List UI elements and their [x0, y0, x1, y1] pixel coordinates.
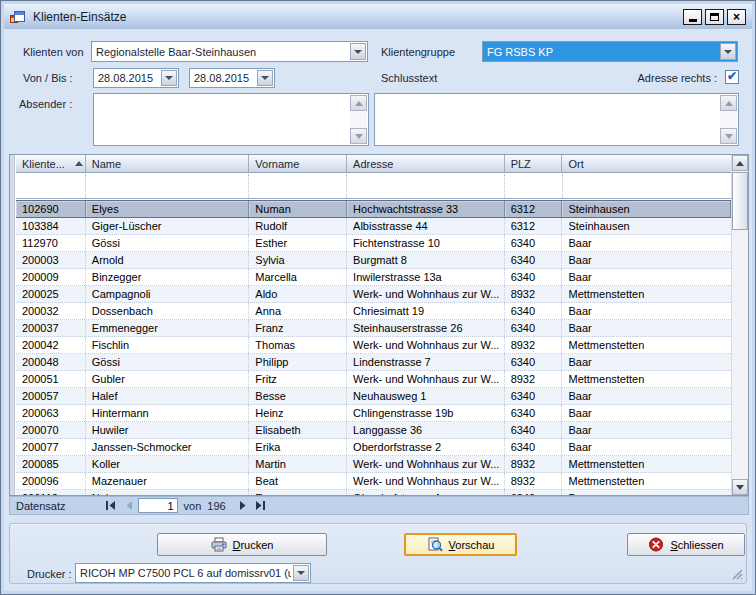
table-row[interactable]: 200048GössiPhilippLindenstrasse 76340Baa…: [16, 354, 731, 371]
vorschau-button[interactable]: Vorschau: [404, 533, 517, 556]
column-header-3[interactable]: Adresse: [347, 155, 505, 172]
scrollbar-thumb[interactable]: [732, 172, 748, 230]
table-cell: Anna: [249, 303, 347, 319]
table-cell: Dossenbach: [86, 303, 250, 319]
close-button[interactable]: ×: [727, 9, 746, 25]
schlusstext-scrollbar[interactable]: [720, 95, 737, 144]
grid-filter-row[interactable]: [16, 174, 731, 199]
table-cell: Oberdorfstrasse 2: [347, 439, 505, 455]
column-header-2[interactable]: Vorname: [249, 155, 347, 172]
table-row[interactable]: 200077Janssen-SchmockerErikaOberdorfstra…: [16, 439, 731, 456]
minimize-icon: [689, 19, 697, 22]
filter-cell-2[interactable]: [249, 174, 347, 198]
table-cell: Erika: [249, 439, 347, 455]
absender-scrollbar[interactable]: [350, 95, 367, 144]
table-row[interactable]: 200063HintermannHeinzChlingenstrasse 19b…: [16, 405, 731, 422]
nav-first-button[interactable]: [102, 498, 120, 513]
bis-date-dropdown-button[interactable]: [257, 70, 273, 86]
absender-textarea[interactable]: [93, 93, 369, 146]
table-cell: Mettmenstetten: [562, 371, 731, 387]
table-row[interactable]: 200037EmmeneggerFranzSteinhauserstrasse …: [16, 320, 731, 337]
klientengruppe-value: FG RSBS KP: [487, 42, 718, 61]
table-row[interactable]: 200096MazenauerBeatWerk- und Wohnhaus zu…: [16, 473, 731, 490]
table-row[interactable]: 200051GublerFritzWerk- und Wohnhaus zur …: [16, 371, 731, 388]
scroll-down-icon[interactable]: [732, 479, 748, 495]
grid-vertical-scrollbar[interactable]: [731, 155, 748, 495]
table-row[interactable]: 200042FischlinThomasWerk- und Wohnhaus z…: [16, 337, 731, 354]
table-cell: Neuhausweg 1: [347, 388, 505, 404]
table-cell: 102690: [16, 201, 86, 217]
drucker-combobox[interactable]: RICOH MP C7500 PCL 6 auf domissrv01 (um: [75, 563, 311, 583]
drucken-button[interactable]: Drucken: [157, 533, 327, 556]
table-row[interactable]: 112970GössiEstherFichtenstrasse 106340Ba…: [16, 235, 731, 252]
schlusstext-textarea[interactable]: [374, 93, 739, 146]
column-header-1[interactable]: Name: [86, 155, 250, 172]
table-row[interactable]: 200025CampagnoliAldoWerk- und Wohnhaus z…: [16, 286, 731, 303]
table-row[interactable]: 103384Giger-LüscherRudolfAlbisstrasse 44…: [16, 218, 731, 235]
nav-last-button[interactable]: [252, 498, 270, 513]
table-row[interactable]: 200085KollerMartinWerk- und Wohnhaus zur…: [16, 456, 731, 473]
scroll-up-icon[interactable]: [350, 95, 367, 111]
drucker-dropdown-button[interactable]: [293, 565, 309, 581]
table-cell: Werk- und Wohnhaus zur W...: [347, 286, 505, 302]
table-cell: Hintermann: [86, 405, 250, 421]
nav-last-icon: [255, 501, 266, 510]
klientengruppe-dropdown-button[interactable]: [720, 43, 736, 60]
table-cell: Werk- und Wohnhaus zur W...: [347, 473, 505, 489]
record-navigator: Datensatz von 196: [9, 496, 749, 515]
scroll-down-icon[interactable]: [720, 128, 737, 144]
filter-cell-1[interactable]: [86, 174, 250, 198]
table-row[interactable]: 200057HalefBesseNeuhausweg 16340Baar: [16, 388, 731, 405]
table-cell: Numan: [249, 201, 347, 217]
scroll-up-icon[interactable]: [720, 95, 737, 111]
chevron-down-icon: [354, 50, 362, 54]
klienten-von-combobox[interactable]: Regionalstelle Baar-Steinhausen: [91, 41, 368, 62]
adresse-rechts-checkbox[interactable]: ✔: [725, 70, 739, 84]
filter-cell-3[interactable]: [347, 174, 505, 198]
titlebar[interactable]: Klienten-Einsätze ×: [4, 4, 752, 29]
table-cell: Halef: [86, 388, 250, 404]
bis-datepicker[interactable]: 28.08.2015: [189, 68, 275, 88]
filter-cell-0[interactable]: [16, 174, 86, 198]
column-header-4[interactable]: PLZ: [505, 155, 563, 172]
nav-prev-icon: [125, 501, 133, 510]
table-cell: Emmenegger: [86, 320, 250, 336]
table-row[interactable]: 200003ArnoldSylviaBurgmatt 86340Baar: [16, 252, 731, 269]
column-header-5[interactable]: Ort: [562, 155, 731, 172]
filter-cell-5[interactable]: [563, 174, 732, 198]
table-row[interactable]: 200032DossenbachAnnaChriesimatt 196340Ba…: [16, 303, 731, 320]
table-row[interactable]: 102690ElyesNumanHochwachtstrasse 336312S…: [16, 200, 731, 218]
column-header-0[interactable]: Kliente...: [16, 155, 86, 172]
table-cell: Lindenstrasse 7: [347, 354, 505, 370]
maximize-icon: [710, 13, 719, 21]
table-row[interactable]: 200112NuberEugenOberdorfstrasse 16340Baa…: [16, 490, 731, 495]
scroll-up-icon[interactable]: [732, 155, 748, 171]
von-bis-label: Von / Bis :: [23, 72, 73, 84]
minimize-button[interactable]: [683, 9, 702, 25]
resize-grip-icon[interactable]: [730, 567, 743, 580]
table-cell: 6340: [505, 303, 563, 319]
table-cell: Werk- und Wohnhaus zur W...: [347, 337, 505, 353]
table-cell: Mettmenstetten: [562, 337, 731, 353]
filter-cell-4[interactable]: [505, 174, 563, 198]
table-cell: 8932: [505, 371, 563, 387]
record-number-input[interactable]: [138, 498, 178, 513]
table-row[interactable]: 200009BinzeggerMarcellaInwilerstrasse 13…: [16, 269, 731, 286]
maximize-button[interactable]: [705, 9, 724, 25]
nav-next-button[interactable]: [234, 498, 252, 513]
klientengruppe-combobox[interactable]: FG RSBS KP: [482, 41, 738, 62]
nav-prev-button[interactable]: [120, 498, 138, 513]
von-datepicker[interactable]: 28.08.2015: [93, 68, 179, 88]
klienten-von-dropdown-button[interactable]: [350, 43, 366, 60]
table-cell: 200112: [16, 490, 86, 495]
schliessen-button[interactable]: Schliessen: [627, 533, 745, 556]
von-date-dropdown-button[interactable]: [161, 70, 177, 86]
klienten-von-label: Klienten von: [23, 46, 84, 58]
column-header-label: Kliente...: [22, 158, 65, 170]
absender-label: Absender :: [19, 98, 72, 110]
table-cell: 6312: [505, 201, 563, 217]
scroll-down-icon[interactable]: [350, 128, 367, 144]
column-header-label: PLZ: [511, 158, 531, 170]
table-cell: Arnold: [86, 252, 250, 268]
table-row[interactable]: 200070HuwilerElisabethLanggasse 366340Ba…: [16, 422, 731, 439]
